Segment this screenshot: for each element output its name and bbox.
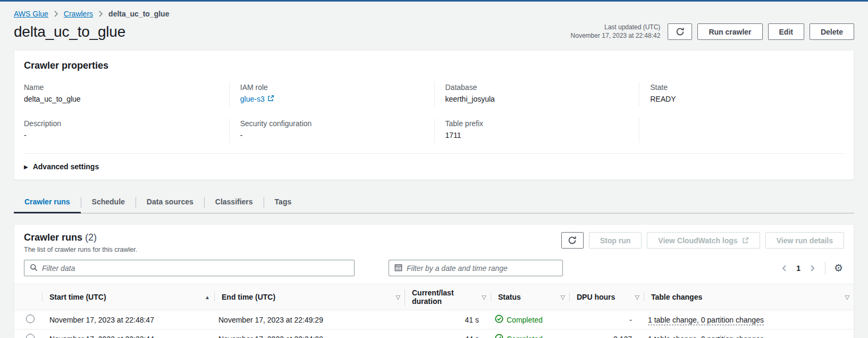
- column-table-changes[interactable]: Table changes▽: [644, 284, 854, 310]
- external-link-icon: [742, 237, 749, 244]
- refresh-icon: [568, 236, 577, 245]
- previous-page-button[interactable]: [779, 262, 789, 274]
- edit-button[interactable]: Edit: [768, 23, 804, 40]
- pagination: 1 ⚙: [779, 262, 844, 275]
- sort-icon[interactable]: ▽: [396, 294, 400, 301]
- cell-dpu-hours: -: [569, 310, 644, 329]
- external-link-icon: [267, 95, 274, 103]
- cell-duration: 41 s: [404, 310, 491, 329]
- column-status[interactable]: Status▽: [491, 284, 569, 310]
- sort-icon[interactable]: ▽: [482, 294, 486, 301]
- iam-role-link[interactable]: glue-s3: [240, 95, 274, 103]
- last-updated-label: Last updated (UTC): [571, 23, 661, 32]
- sort-icon[interactable]: ▽: [561, 294, 565, 301]
- prop-security: Security configuration -: [229, 118, 434, 143]
- view-cloudwatch-logs-button[interactable]: View CloudWatch logs: [647, 232, 760, 249]
- cell-duration: 44 s: [404, 329, 491, 338]
- header-actions: Last updated (UTC) November 17, 2023 at …: [571, 23, 854, 40]
- filter-data-input[interactable]: [42, 264, 349, 273]
- sort-ascending-icon[interactable]: ▲: [205, 294, 210, 300]
- column-duration[interactable]: Current/last duration▽: [404, 284, 491, 310]
- table-row: November 17, 2023 at 22:48:47 November 1…: [14, 310, 854, 329]
- sort-icon[interactable]: ▽: [845, 294, 849, 301]
- search-icon: [30, 263, 38, 273]
- prop-iam-label: IAM role: [240, 83, 426, 92]
- cell-start-time: November 17, 2023 at 22:48:47: [42, 310, 214, 329]
- cell-end-time: November 17, 2023 at 22:49:29: [214, 310, 404, 329]
- view-run-details-button[interactable]: View run details: [765, 232, 844, 249]
- tab-bar: Crawler runs Schedule Data sources Class…: [14, 192, 854, 213]
- cell-end-time: November 17, 2023 at 22:34:28: [214, 329, 404, 338]
- row-radio-button[interactable]: [26, 315, 35, 323]
- crawler-runs-title: Crawler runs (2): [24, 232, 137, 243]
- crawler-runs-description: The list of crawler runs for this crawle…: [24, 246, 137, 253]
- prop-name-value: delta_uc_to_glue: [24, 95, 221, 103]
- column-start-time[interactable]: Start time (UTC)▲: [42, 284, 214, 310]
- table-row: November 17, 2023 at 22:33:44 November 1…: [14, 329, 854, 338]
- next-page-button[interactable]: [808, 262, 818, 274]
- last-updated-value: November 17, 2023 at 22:48:42: [571, 32, 661, 40]
- chevron-right-icon: [54, 11, 58, 17]
- crawler-properties-card: Crawler properties Name delta_uc_to_glue…: [14, 50, 854, 180]
- breadcrumb-current: delta_uc_to_glue: [108, 10, 169, 18]
- crawler-runs-card: Crawler runs (2) The list of crawler run…: [14, 224, 854, 338]
- table-preferences-gear-icon[interactable]: ⚙: [833, 263, 844, 273]
- prop-empty: [639, 118, 844, 143]
- current-page-number[interactable]: 1: [792, 264, 805, 273]
- prop-security-label: Security configuration: [240, 119, 426, 128]
- breadcrumb: AWS Glue Crawlers delta_uc_to_glue: [14, 2, 854, 22]
- filter-row: 1 ⚙: [14, 253, 854, 283]
- cell-dpu-hours: 0.127: [569, 329, 644, 338]
- prop-security-value: -: [240, 131, 426, 139]
- table-header-row: Start time (UTC)▲ End time (UTC)▽ Curren…: [14, 284, 854, 310]
- advanced-settings-toggle[interactable]: ▶ Advanced settings: [24, 153, 844, 171]
- last-updated: Last updated (UTC) November 17, 2023 at …: [571, 23, 661, 40]
- status-badge: Completed: [495, 315, 543, 325]
- crawler-runs-table: Start time (UTC)▲ End time (UTC)▽ Curren…: [14, 284, 854, 338]
- sort-icon[interactable]: ▽: [635, 294, 639, 301]
- prop-iam-role: IAM role glue-s3: [229, 82, 434, 106]
- prop-table-prefix: Table prefix 1711: [434, 118, 639, 143]
- column-dpu-hours[interactable]: DPU hours▽: [569, 284, 644, 310]
- tab-data-sources[interactable]: Data sources: [136, 192, 204, 213]
- advanced-settings-label: Advanced settings: [33, 162, 99, 171]
- refresh-button[interactable]: [668, 23, 692, 40]
- prop-prefix-value: 1711: [445, 131, 631, 139]
- column-end-time[interactable]: End time (UTC)▽: [214, 284, 404, 310]
- table-changes-link[interactable]: 1 table change, 0 partition changes: [648, 335, 764, 338]
- prop-name-label: Name: [24, 83, 221, 92]
- tab-classifiers[interactable]: Classifiers: [205, 192, 264, 213]
- refresh-icon: [676, 27, 685, 36]
- row-radio-button[interactable]: [26, 334, 35, 338]
- page-title: delta_uc_to_glue: [14, 23, 125, 40]
- check-circle-icon: [495, 315, 503, 325]
- table-changes-link[interactable]: 1 table change, 0 partition changes: [648, 316, 764, 325]
- stop-run-button[interactable]: Stop run: [589, 232, 642, 249]
- properties-grid: Name delta_uc_to_glue IAM role glue-s3 D…: [24, 82, 844, 143]
- runs-refresh-button[interactable]: [561, 232, 584, 249]
- delete-button[interactable]: Delete: [810, 23, 854, 40]
- prop-database-value: keerthi_josyula: [445, 95, 631, 103]
- tab-tags[interactable]: Tags: [264, 192, 302, 213]
- breadcrumb-aws-glue[interactable]: AWS Glue: [14, 10, 48, 18]
- cell-start-time: November 17, 2023 at 22:33:44: [42, 329, 214, 338]
- page-header: delta_uc_to_glue Last updated (UTC) Nove…: [14, 23, 854, 40]
- caret-right-icon: ▶: [24, 164, 28, 170]
- calendar-icon: [394, 263, 402, 273]
- run-crawler-button[interactable]: Run crawler: [697, 23, 762, 40]
- crawler-runs-header: Crawler runs (2) The list of crawler run…: [14, 232, 854, 253]
- chevron-right-icon: [98, 11, 103, 17]
- prop-description-label: Description: [24, 119, 221, 128]
- date-range-input[interactable]: [407, 264, 557, 273]
- prop-name: Name delta_uc_to_glue: [24, 82, 229, 106]
- date-filter-wrap: [389, 260, 563, 276]
- tab-schedule[interactable]: Schedule: [81, 192, 136, 213]
- breadcrumb-crawlers[interactable]: Crawlers: [64, 10, 93, 18]
- prop-state-label: State: [650, 83, 836, 92]
- tab-crawler-runs[interactable]: Crawler runs: [14, 192, 81, 213]
- selection-column-header: [14, 284, 42, 310]
- divider: [825, 262, 825, 275]
- status-badge: Completed: [495, 334, 543, 338]
- prop-database: Database keerthi_josyula: [434, 82, 639, 106]
- crawler-runs-actions: Stop run View CloudWatch logs View run d…: [561, 232, 844, 249]
